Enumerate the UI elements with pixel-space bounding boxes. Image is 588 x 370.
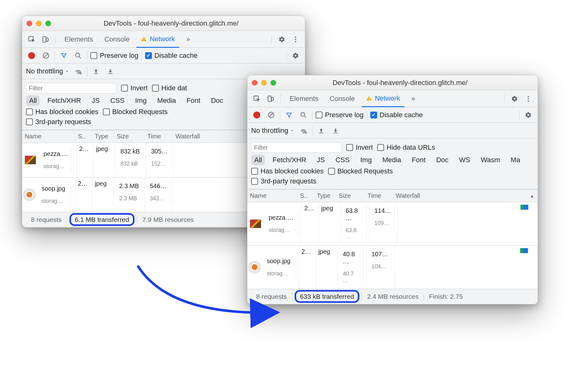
filter-input[interactable] — [26, 83, 117, 93]
filter-type-fetch[interactable]: Fetch/XHR — [44, 95, 84, 106]
status-transferred: 633 kB transferred — [295, 290, 359, 303]
svg-point-6 — [295, 39, 296, 40]
col-status[interactable]: S.. — [75, 130, 92, 142]
tab-elements[interactable]: Elements — [285, 90, 323, 107]
tab-console[interactable]: Console — [100, 31, 134, 48]
tab-network[interactable]: Network — [136, 31, 179, 48]
filter-type-ws[interactable]: WS — [456, 155, 473, 165]
table-row[interactable]: pezza.…storag… 2… jpeg 63.8 …63.8 … 114…… — [247, 202, 538, 246]
device-toolbar-icon[interactable] — [40, 34, 51, 45]
filter-icon[interactable] — [58, 50, 69, 61]
hide-data-urls-checkbox[interactable]: Hide data URLs — [377, 143, 435, 152]
record-button[interactable] — [251, 109, 262, 121]
network-settings-icon[interactable] — [290, 50, 301, 61]
blocked-requests-checkbox[interactable]: Blocked Requests — [103, 108, 168, 116]
filter-input[interactable] — [251, 142, 342, 153]
more-tabs-button[interactable]: » — [407, 90, 419, 107]
clear-icon[interactable] — [40, 50, 52, 61]
filter-type-font[interactable]: Font — [409, 155, 429, 165]
filter-type-all[interactable]: All — [251, 155, 265, 165]
filter-type-fetch[interactable]: Fetch/XHR — [269, 155, 309, 165]
col-time[interactable]: Time — [145, 130, 173, 142]
filter-type-js[interactable]: JS — [314, 155, 328, 165]
throttling-dropdown[interactable]: No throttling — [251, 127, 295, 135]
inspect-element-icon[interactable] — [251, 93, 262, 104]
network-conditions-icon[interactable] — [298, 125, 309, 136]
third-party-checkbox[interactable]: 3rd-party requests — [251, 177, 317, 185]
download-har-icon[interactable] — [105, 66, 116, 77]
table-row[interactable]: soop.jpgstorag… 2… jpeg 40.8 …40.7 … 107… — [247, 246, 538, 289]
status-finish: Finish: 2.75 — [424, 293, 468, 300]
filter-type-doc[interactable]: Doc — [433, 155, 452, 165]
filter-type-css[interactable]: CSS — [107, 95, 128, 106]
tab-elements[interactable]: Elements — [60, 31, 98, 48]
more-tabs-button[interactable]: » — [182, 31, 194, 48]
network-conditions-icon[interactable] — [73, 66, 84, 77]
clear-icon[interactable] — [266, 109, 277, 121]
close-window-button[interactable] — [27, 21, 32, 26]
svg-rect-14 — [94, 73, 98, 74]
tab-network[interactable]: Network — [362, 91, 404, 107]
devtools-tab-strip: Elements Console Network » — [22, 31, 305, 48]
tab-console[interactable]: Console — [325, 90, 359, 107]
minimize-window-button[interactable] — [261, 80, 267, 86]
chevron-down-icon — [290, 128, 295, 133]
blocked-requests-checkbox[interactable]: Blocked Requests — [328, 167, 393, 175]
col-name[interactable]: Name — [22, 130, 75, 142]
preserve-log-checkbox[interactable]: Preserve log — [316, 111, 364, 119]
cell-status: 2… — [299, 246, 316, 289]
search-icon[interactable] — [298, 109, 309, 121]
filter-type-img[interactable]: Img — [357, 155, 375, 165]
inspect-element-icon[interactable] — [26, 34, 37, 45]
filter-type-media[interactable]: Media — [154, 95, 179, 106]
settings-icon[interactable] — [276, 34, 287, 45]
device-toolbar-icon[interactable] — [265, 93, 276, 104]
cell-status: 2… — [302, 202, 319, 245]
disable-cache-checkbox[interactable]: ✓Disable cache — [145, 52, 198, 60]
kebab-menu-icon[interactable] — [523, 93, 534, 104]
col-status[interactable]: S.. — [297, 190, 314, 202]
hide-data-urls-checkbox[interactable]: Hide dat — [152, 84, 187, 92]
record-button[interactable] — [26, 50, 37, 61]
invert-checkbox[interactable]: Invert — [346, 143, 373, 152]
col-size[interactable]: Size — [114, 130, 145, 142]
close-window-button[interactable] — [252, 80, 257, 86]
filter-type-media[interactable]: Media — [379, 155, 404, 165]
col-type[interactable]: Type — [92, 130, 114, 142]
filter-type-manifest[interactable]: Ma — [508, 155, 524, 165]
filter-type-doc[interactable]: Doc — [208, 95, 226, 106]
col-type[interactable]: Type — [314, 190, 336, 202]
cell-time-sub: 109… — [372, 218, 395, 229]
hide-data-label: Hide data URLs — [387, 143, 435, 152]
throttling-dropdown[interactable]: No throttling — [26, 67, 69, 75]
preserve-log-checkbox[interactable]: Preserve log — [90, 52, 139, 60]
filter-type-font[interactable]: Font — [184, 95, 204, 106]
download-har-icon[interactable] — [330, 125, 341, 136]
third-party-checkbox[interactable]: 3rd-party requests — [26, 118, 91, 126]
settings-icon[interactable] — [509, 93, 520, 104]
col-waterfall[interactable]: Waterfall▲ — [393, 190, 538, 202]
col-name[interactable]: Name — [247, 190, 297, 202]
filter-type-img[interactable]: Img — [132, 95, 150, 106]
filter-type-js[interactable]: JS — [89, 95, 103, 106]
minimize-window-button[interactable] — [36, 21, 42, 26]
svg-point-26 — [301, 112, 305, 116]
disable-cache-checkbox[interactable]: ✓Disable cache — [370, 111, 423, 119]
filter-type-all[interactable]: All — [26, 95, 40, 106]
col-time[interactable]: Time — [365, 190, 393, 202]
kebab-menu-icon[interactable] — [290, 34, 301, 45]
upload-har-icon[interactable] — [90, 66, 102, 77]
thumbnail-icon — [25, 190, 34, 199]
tab-elements-label: Elements — [64, 35, 93, 43]
filter-type-wasm[interactable]: Wasm — [478, 155, 503, 165]
network-settings-icon[interactable] — [523, 109, 534, 121]
search-icon[interactable] — [73, 50, 84, 61]
blocked-cookies-label: Has blocked cookies — [261, 167, 324, 175]
filter-icon[interactable] — [283, 109, 295, 121]
filter-type-css[interactable]: CSS — [332, 155, 353, 165]
invert-checkbox[interactable]: Invert — [121, 84, 148, 92]
upload-har-icon[interactable] — [316, 125, 327, 136]
blocked-cookies-checkbox[interactable]: Has blocked cookies — [26, 108, 99, 116]
blocked-cookies-checkbox[interactable]: Has blocked cookies — [251, 167, 324, 175]
col-size[interactable]: Size — [336, 190, 365, 202]
